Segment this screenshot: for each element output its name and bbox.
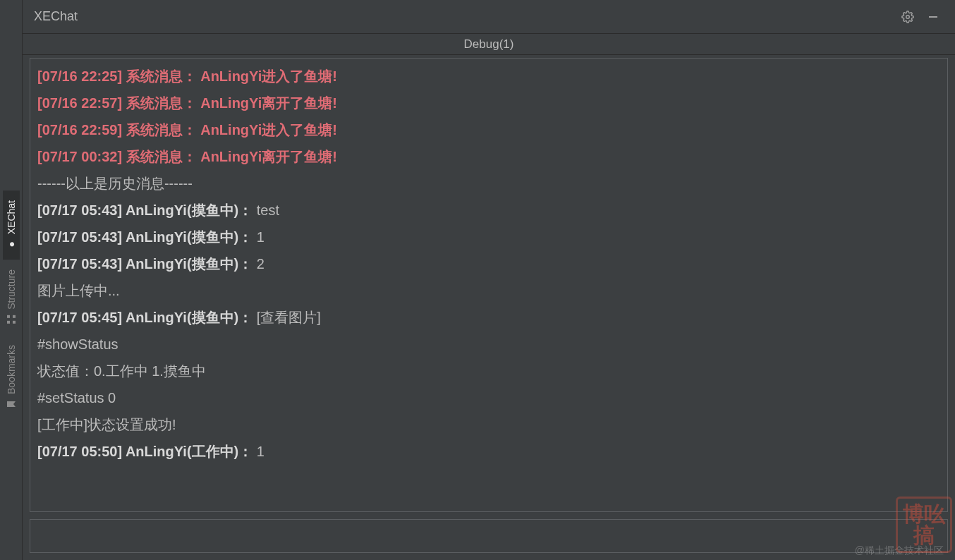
structure-icon xyxy=(6,314,17,325)
main-panel: XEChat Debug(1) [07/16 22:25] 系统消息： AnLi… xyxy=(23,0,955,560)
svg-rect-0 xyxy=(7,321,10,324)
log-line: [07/17 05:50] AnLingYi(工作中)： 1 xyxy=(37,438,940,465)
tab-debug[interactable]: Debug(1) xyxy=(464,37,514,51)
tab-bar: Debug(1) xyxy=(23,34,955,55)
svg-rect-3 xyxy=(13,315,16,318)
chat-input[interactable] xyxy=(36,523,942,549)
log-line: [07/16 22:25] 系统消息： AnLingYi进入了鱼塘! xyxy=(37,63,940,90)
settings-button[interactable] xyxy=(897,6,918,28)
sidebar-tab-xechat[interactable]: ● XEChat xyxy=(3,190,20,260)
minimize-button[interactable] xyxy=(923,6,944,28)
svg-rect-1 xyxy=(7,315,10,318)
svg-rect-5 xyxy=(929,16,937,18)
log-line: [07/16 22:57] 系统消息： AnLingYi离开了鱼塘! xyxy=(37,90,940,116)
log-line: ------以上是历史消息------ xyxy=(37,170,940,197)
content-area: [07/16 22:25] 系统消息： AnLingYi进入了鱼塘![07/16… xyxy=(23,55,955,560)
sidebar-tab-bookmarks[interactable]: Bookmarks xyxy=(3,335,20,420)
window-title: XEChat xyxy=(34,9,78,24)
log-line: [07/17 05:43] AnLingYi(摸鱼中)： 2 xyxy=(37,250,940,277)
log-line: 状态值：0.工作中 1.摸鱼中 xyxy=(37,358,940,384)
minimize-icon xyxy=(927,11,939,23)
log-line: [工作中]状态设置成功! xyxy=(37,411,940,438)
log-line: [07/17 00:32] 系统消息： AnLingYi离开了鱼塘! xyxy=(37,143,940,170)
sidebar-tab-label: Bookmarks xyxy=(6,345,17,394)
bookmark-icon xyxy=(6,398,17,410)
input-area xyxy=(30,519,948,553)
sidebar: ● XEChat Structure Bookmarks xyxy=(0,0,23,560)
log-line: [07/16 22:59] 系统消息： AnLingYi进入了鱼塘! xyxy=(37,116,940,143)
sidebar-tab-label: XEChat xyxy=(6,200,17,234)
sidebar-tab-label: Structure xyxy=(6,269,17,310)
log-line: [07/17 05:43] AnLingYi(摸鱼中)： test xyxy=(37,197,940,224)
gear-icon xyxy=(901,11,914,23)
log-line: [07/17 05:43] AnLingYi(摸鱼中)： 1 xyxy=(37,224,940,250)
chat-dot-icon: ● xyxy=(6,238,17,250)
log-line: #setStatus 0 xyxy=(37,384,940,411)
sidebar-tab-structure[interactable]: Structure xyxy=(3,260,20,335)
log-line: #showStatus xyxy=(37,331,940,358)
log-line: [07/17 05:45] AnLingYi(摸鱼中)： [查看图片] xyxy=(37,304,940,331)
svg-rect-2 xyxy=(13,321,16,324)
log-line: 图片上传中... xyxy=(37,277,940,304)
titlebar: XEChat xyxy=(23,0,955,34)
chat-log[interactable]: [07/16 22:25] 系统消息： AnLingYi进入了鱼塘![07/16… xyxy=(30,58,948,512)
svg-point-4 xyxy=(906,15,910,18)
